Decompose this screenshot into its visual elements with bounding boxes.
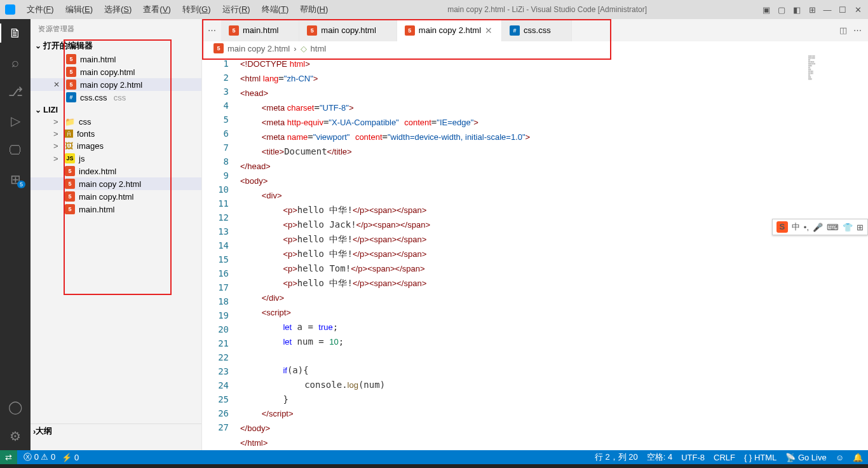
sidebar-icon[interactable]: ◧ [792,5,802,15]
images-folder-icon: 🖼 [65,141,73,151]
notifications-icon[interactable]: 🔔 [853,453,863,462]
close-icon[interactable]: ✕ [485,25,494,36]
open-editor-item[interactable]: ✕5main copy 2.html [31,78,201,91]
fonts-folder-icon: 🅰 [65,129,73,139]
split-editor-icon[interactable]: ◫ [839,25,847,35]
menu-t[interactable]: 终端(T) [257,2,294,17]
open-editors-section[interactable]: ⌄ 打开的编辑器 [31,39,201,53]
remote-indicator[interactable]: ⇄ [0,450,17,464]
menu-bar: 文件(F)编辑(E)选择(S)查看(V)转到(G)运行(R)终端(T)帮助(H) [22,2,333,17]
chevron-down-icon: ⌄ [33,106,43,114]
search-icon[interactable]: ⌕ [8,55,23,70]
feedback-icon[interactable]: ☺ [836,453,844,462]
project-section[interactable]: ⌄ LIZI [31,104,201,116]
html-file-icon: 5 [405,25,415,36]
port-indicator[interactable]: ⚡ 0 [62,453,79,462]
chevron-right-icon: › [294,44,296,53]
editor-group: ⋯ 5main.html5main copy.html5main copy 2.… [202,19,868,450]
ime-skin-icon[interactable]: 👕 [843,223,853,232]
css-file-icon: # [510,25,520,36]
customize-icon[interactable]: ⊞ [807,5,817,15]
folder-icon: 📁 [65,117,75,127]
tab-overflow-icon[interactable]: ⋯ [202,19,221,41]
open-editor-item[interactable]: #css.csscss [31,91,201,104]
tree-item[interactable]: 5main copy 2.html [31,177,201,190]
vscode-icon [5,4,15,15]
tree-item[interactable]: >🅰fonts [31,128,201,140]
ime-language[interactable]: 中 [792,221,800,233]
settings-gear-icon[interactable]: ⚙ [8,429,23,444]
tree-item[interactable]: >📁css [31,116,201,128]
eol[interactable]: CRLF [714,453,735,462]
html-file-icon: 5 [66,67,76,77]
breadcrumb[interactable]: 5 main copy 2.html › ◇ html [202,41,868,55]
menu-g[interactable]: 转到(G) [177,2,216,17]
more-actions-icon[interactable]: ⋯ [853,25,862,35]
status-bar: ⇄ ⓧ 0 ⚠ 0 ⚡ 0 行 2，列 20 空格: 4 UTF-8 CRLF … [0,450,868,464]
minimize-button[interactable]: — [822,5,832,15]
ime-voice-icon[interactable]: 🎤 [813,223,823,232]
code-content[interactable]: <!DOCTYPE html> <html lang="zh-CN"> <hea… [240,55,868,450]
encoding[interactable]: UTF-8 [681,453,705,462]
source-control-icon[interactable]: ⎇ [8,84,23,99]
menu-v[interactable]: 查看(V) [138,2,175,17]
close-button[interactable]: ✕ [853,5,863,15]
maximize-button[interactable]: ☐ [837,5,848,15]
code-editor[interactable]: 1234567891011121314151617181920212223242… [202,55,868,450]
language-mode[interactable]: { } HTML [744,453,776,462]
chevron-right-icon: > [53,154,61,163]
ime-punct-icon[interactable]: •, [804,223,809,232]
go-live[interactable]: 📡 Go Live [785,453,826,462]
html-file-icon: 5 [65,166,75,176]
sidebar-title: 资源管理器 [31,19,201,39]
remote-icon[interactable]: 🖵 [8,142,23,158]
extensions-badge: 5 [17,181,25,188]
title-controls: ▣ ▢ ◧ ⊞ — ☐ ✕ [761,5,863,15]
menu-f[interactable]: 文件(F) [22,2,59,17]
html-file-icon: 5 [65,179,75,189]
tree-item[interactable]: >🖼images [31,140,201,152]
html-file-icon: 5 [214,43,224,53]
tree-item[interactable]: 5main.html [31,203,201,216]
layout-icon[interactable]: ▣ [761,5,771,15]
open-editor-item[interactable]: 5main copy.html [31,65,201,78]
html-file-icon: 5 [66,54,76,64]
indentation[interactable]: 空格: 4 [647,451,672,463]
tree-item[interactable]: 5main copy.html [31,190,201,203]
explorer-icon[interactable]: 🗎 [8,25,23,41]
account-icon[interactable]: ◯ [8,399,23,415]
css-file-icon: # [66,92,76,102]
line-numbers: 1234567891011121314151617181920212223242… [202,55,240,450]
chevron-down-icon: ⌄ [33,41,43,50]
menu-r[interactable]: 运行(R) [217,2,255,17]
open-editor-item[interactable]: 5main.html [31,53,201,65]
run-debug-icon[interactable]: ▷ [8,113,23,128]
extensions-icon[interactable]: ⊞5 [8,172,23,187]
close-icon[interactable]: ✕ [53,80,62,89]
tree-item[interactable]: 5index.html [31,165,201,177]
tree-item[interactable]: >JSjs [31,152,201,165]
chevron-right-icon: > [53,117,61,127]
activity-bar: 🗎 ⌕ ⎇ ▷ 🖵 ⊞5 ◯ ⚙ [0,19,31,450]
errors-indicator[interactable]: ⓧ 0 ⚠ 0 [24,451,55,463]
tab-bar: ⋯ 5main.html5main copy.html5main copy 2.… [202,19,868,41]
sidebar: 资源管理器 ⌄ 打开的编辑器 5main.html5main copy.html… [31,19,202,450]
chevron-right-icon: > [53,141,61,151]
tab[interactable]: #css.css [502,19,572,41]
menu-e[interactable]: 编辑(E) [60,2,98,17]
tab[interactable]: 5main copy.html [299,19,397,41]
element-icon: ◇ [301,44,307,53]
chevron-right-icon: > [53,129,61,139]
ime-keyboard-icon[interactable]: ⌨ [827,223,839,232]
cursor-position[interactable]: 行 2，列 20 [595,451,638,463]
panel-icon[interactable]: ▢ [776,5,787,15]
tab[interactable]: 5main.html [221,19,299,41]
menu-h[interactable]: 帮助(H) [295,2,333,17]
outline-section[interactable]: › 大纲 [31,423,201,438]
minimap[interactable]: ████ ██████ ████████ ███████ ██ ████████… [808,55,859,144]
menu-s[interactable]: 选择(S) [99,2,137,17]
ime-toolbar[interactable]: S 中 •, 🎤 ⌨ 👕 ⊞ [772,219,868,235]
html-file-icon: 5 [65,191,75,202]
tab[interactable]: 5main copy 2.html✕ [397,19,502,41]
ime-toolbox-icon[interactable]: ⊞ [857,223,864,232]
